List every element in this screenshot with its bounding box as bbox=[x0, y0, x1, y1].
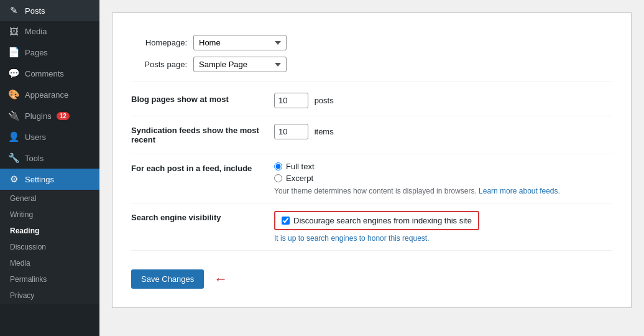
syndication-label: Syndication feeds show the most recent bbox=[131, 126, 259, 144]
sidebar-item-label: Posts bbox=[25, 6, 45, 16]
visibility-box: Discourage search engines from indexing … bbox=[274, 211, 479, 230]
plugins-icon: 🔌 bbox=[7, 110, 20, 121]
submenu-item-reading[interactable]: Reading bbox=[0, 223, 99, 239]
feed-include-label: For each post in a feed, include bbox=[131, 164, 252, 173]
sidebar-item-pages[interactable]: 📄 Pages bbox=[0, 42, 99, 63]
sidebar-item-label: Appearance bbox=[25, 90, 68, 100]
submenu-item-permalinks[interactable]: Permalinks bbox=[0, 271, 99, 287]
settings-icon: ⚙ bbox=[7, 174, 20, 185]
search-visibility-label: Search engine visibility bbox=[131, 213, 221, 222]
media-icon: 🖼 bbox=[7, 26, 20, 37]
submenu-item-media[interactable]: Media bbox=[0, 255, 99, 271]
save-button[interactable]: Save Changes bbox=[131, 269, 204, 289]
sidebar-item-comments[interactable]: 💬 Comments bbox=[0, 63, 99, 84]
posts-page-label: Posts page: bbox=[131, 60, 187, 69]
submenu-item-general[interactable]: General bbox=[0, 190, 99, 207]
full-text-radio[interactable] bbox=[274, 162, 282, 170]
submenu-item-privacy[interactable]: Privacy bbox=[0, 287, 99, 304]
sidebar-item-label: Tools bbox=[25, 154, 44, 163]
pages-icon: 📄 bbox=[7, 47, 20, 58]
sidebar-item-users[interactable]: 👤 Users bbox=[0, 126, 99, 147]
full-text-label: Full text bbox=[286, 162, 315, 171]
sidebar-item-label: Media bbox=[25, 27, 47, 36]
honor-note: It is up to search engines to honor this… bbox=[274, 234, 606, 243]
learn-more-link[interactable]: Learn more about feeds bbox=[479, 187, 558, 195]
tools-icon: 🔧 bbox=[7, 152, 20, 164]
syndication-unit: items bbox=[315, 127, 334, 136]
submenu-item-discussion[interactable]: Discussion bbox=[0, 239, 99, 255]
sidebar-item-settings[interactable]: ⚙ Settings bbox=[0, 169, 99, 190]
excerpt-radio[interactable] bbox=[274, 174, 282, 182]
blog-pages-label: Blog pages show at most bbox=[131, 95, 229, 104]
sidebar-item-posts[interactable]: ✎ Posts bbox=[0, 0, 99, 21]
plugins-badge: 12 bbox=[57, 112, 70, 120]
users-icon: 👤 bbox=[7, 131, 20, 142]
save-section: Save Changes ← bbox=[131, 263, 612, 295]
discourage-label: Discourage search engines from indexing … bbox=[293, 216, 472, 225]
theme-note: Your theme determines how content is dis… bbox=[274, 187, 606, 195]
sidebar-item-label: Comments bbox=[25, 69, 64, 78]
sidebar-item-label: Users bbox=[25, 133, 46, 142]
sidebar-item-tools[interactable]: 🔧 Tools bbox=[0, 147, 99, 169]
blog-pages-input[interactable] bbox=[274, 93, 308, 108]
syndication-input[interactable] bbox=[274, 124, 308, 139]
homepage-select[interactable]: Home Sample Page bbox=[193, 35, 287, 50]
posts-page-select[interactable]: Sample Page Home bbox=[193, 57, 287, 72]
sidebar-item-appearance[interactable]: 🎨 Appearance bbox=[0, 84, 99, 105]
comments-icon: 💬 bbox=[7, 68, 20, 79]
sidebar-item-label: Pages bbox=[25, 48, 48, 57]
arrow-indicator: ← bbox=[214, 271, 228, 287]
excerpt-label: Excerpt bbox=[286, 174, 313, 183]
sidebar-item-label: Plugins bbox=[25, 111, 52, 121]
sidebar-item-label: Settings bbox=[25, 175, 54, 184]
homepage-label: Homepage: bbox=[131, 38, 187, 47]
appearance-icon: 🎨 bbox=[7, 89, 20, 100]
submenu-item-writing[interactable]: Writing bbox=[0, 207, 99, 223]
discourage-checkbox[interactable] bbox=[282, 217, 290, 225]
sidebar-item-media[interactable]: 🖼 Media bbox=[0, 21, 99, 42]
sidebar-item-plugins[interactable]: 🔌 Plugins 12 bbox=[0, 105, 99, 126]
blog-pages-unit: posts bbox=[315, 96, 334, 105]
posts-icon: ✎ bbox=[7, 5, 20, 16]
